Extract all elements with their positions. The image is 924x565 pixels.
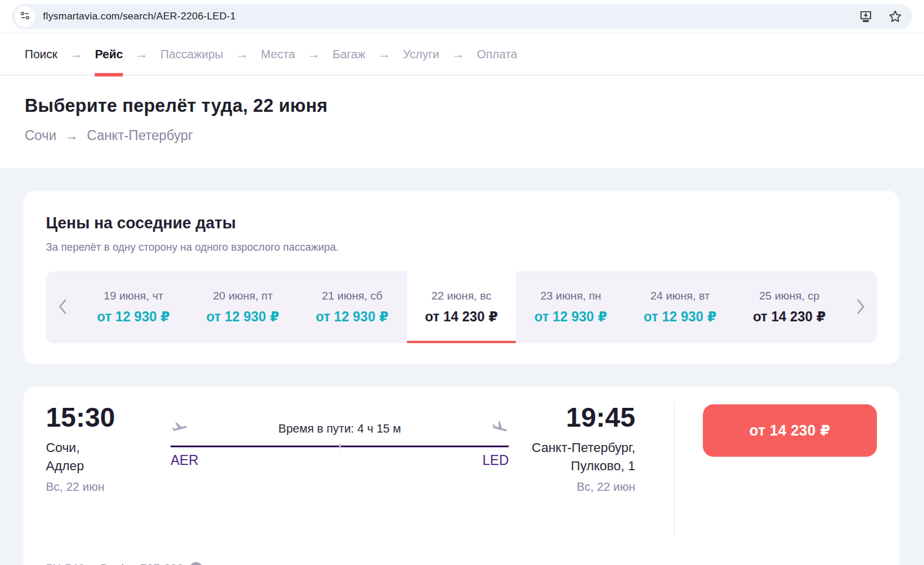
results-header: Выберите перелёт туда, 22 июня Сочи → Са… bbox=[0, 75, 924, 168]
date-tile[interactable]: 20 июня, пт от 12 930 ₽ bbox=[188, 271, 298, 343]
date-price-carousel: 19 июня, чт от 12 930 ₽ 20 июня, пт от 1… bbox=[46, 271, 877, 343]
date-tile[interactable]: 24 июня, вт от 12 930 ₽ bbox=[625, 271, 735, 343]
site-settings-icon bbox=[20, 11, 30, 23]
carousel-next-button[interactable] bbox=[844, 271, 877, 343]
selected-date-underline bbox=[407, 341, 516, 343]
flight-duration: Время в пути: 4 ч 15 м bbox=[278, 422, 401, 436]
nearby-prices-title: Цены на соседние даты bbox=[46, 214, 877, 232]
flight-number: 5N-546 bbox=[46, 562, 85, 565]
date-tile[interactable]: 23 июня, пн от 12 930 ₽ bbox=[516, 271, 625, 343]
step-arrow-icon: → bbox=[295, 34, 333, 75]
carousel-prev-button[interactable] bbox=[46, 271, 79, 343]
step-arrow-icon: → bbox=[223, 34, 261, 75]
bookmark-star-icon[interactable] bbox=[888, 9, 903, 24]
step-arrow-icon: → bbox=[365, 34, 403, 75]
date-tile[interactable]: 19 июня, чт от 12 930 ₽ bbox=[79, 271, 188, 343]
route-arrow-icon: → bbox=[65, 128, 78, 144]
route-line bbox=[171, 446, 509, 447]
departure-block: 15:30 Сочи, Адлер Вс, 22 июн bbox=[46, 403, 171, 494]
arrival-airport-code: LED bbox=[482, 453, 509, 468]
step-arrow-icon: → bbox=[439, 34, 477, 75]
nearby-prices-subtitle: За перелёт в одну сторону на одного взро… bbox=[46, 241, 877, 254]
departure-date: Вс, 22 июн bbox=[46, 480, 171, 494]
date-tile-selected[interactable]: 22 июня, вс от 14 230 ₽ bbox=[407, 271, 516, 343]
aircraft-type: Boeing 737-800 bbox=[101, 562, 184, 565]
page-title: Выберите перелёт туда, 22 июня bbox=[25, 95, 899, 117]
step-search[interactable]: Поиск bbox=[25, 34, 57, 75]
departure-place: Сочи, Адлер bbox=[46, 439, 171, 475]
arrival-place: Санкт-Петербург, Пулково, 1 bbox=[509, 439, 635, 475]
route-summary: Сочи → Санкт-Петербург bbox=[25, 128, 899, 144]
arrival-time: 19:45 bbox=[509, 403, 635, 431]
url-text[interactable]: flysmartavia.com/search/AER-2206-LED-1 bbox=[43, 11, 236, 22]
install-app-icon[interactable] bbox=[858, 9, 873, 24]
step-flight[interactable]: Рейс bbox=[95, 34, 122, 75]
step-baggage: Багаж bbox=[333, 34, 366, 75]
flight-meta: 5N-546 Boeing 737-800 i bbox=[46, 562, 877, 565]
select-flight-price-button[interactable]: от 14 230 ₽ bbox=[703, 404, 877, 457]
landing-plane-icon bbox=[491, 420, 509, 437]
date-tile[interactable]: 21 июня, сб от 12 930 ₽ bbox=[298, 271, 407, 343]
arrival-date: Вс, 22 июн bbox=[509, 480, 635, 494]
step-arrow-icon: → bbox=[123, 34, 161, 75]
address-bar[interactable]: flysmartavia.com/search/AER-2206-LED-1 bbox=[12, 4, 912, 29]
step-payment: Оплата bbox=[477, 34, 518, 75]
flight-result-card: 15:30 Сочи, Адлер Вс, 22 июн Время в пут… bbox=[24, 387, 899, 565]
chevron-left-icon bbox=[58, 299, 67, 316]
nearby-prices-card: Цены на соседние даты За перелёт в одну … bbox=[24, 191, 899, 364]
step-passengers: Пассажиры bbox=[161, 34, 224, 75]
site-info-button[interactable] bbox=[15, 6, 35, 27]
chevron-right-icon bbox=[856, 299, 865, 316]
step-seats: Места bbox=[261, 34, 295, 75]
departure-time: 15:30 bbox=[46, 403, 171, 431]
flight-path: Время в пути: 4 ч 15 м AER LED bbox=[171, 403, 509, 468]
route-from: Сочи bbox=[25, 128, 56, 144]
arrival-block: 19:45 Санкт-Петербург, Пулково, 1 Вс, 22… bbox=[509, 403, 635, 494]
takeoff-plane-icon bbox=[171, 420, 188, 437]
departure-airport-code: AER bbox=[171, 453, 198, 468]
date-tile[interactable]: 25 июня, ср от 14 230 ₽ bbox=[735, 271, 844, 343]
checkout-stepper: Поиск → Рейс → Пассажиры → Места → Багаж… bbox=[0, 34, 924, 75]
step-arrow-icon: → bbox=[57, 34, 95, 75]
browser-toolbar: flysmartavia.com/search/AER-2206-LED-1 bbox=[0, 0, 924, 34]
aircraft-info-icon[interactable]: i bbox=[189, 562, 203, 565]
active-step-underline bbox=[95, 73, 122, 77]
step-services: Услуги bbox=[403, 34, 439, 75]
route-to: Санкт-Петербург bbox=[87, 128, 193, 144]
